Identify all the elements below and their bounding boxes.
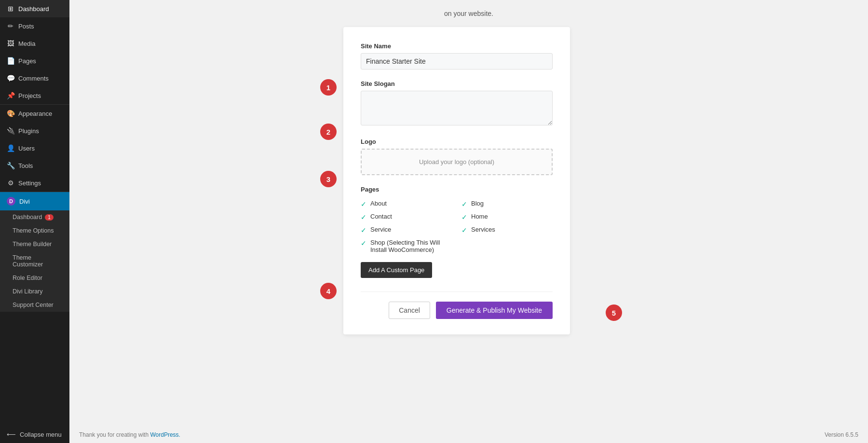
- wordpress-link[interactable]: WordPress.: [150, 431, 180, 438]
- sidebar-item-settings[interactable]: ⚙ Settings: [0, 174, 69, 192]
- publish-button[interactable]: Generate & Publish My Website: [436, 302, 553, 319]
- collapse-menu-button[interactable]: ⟵ Collapse menu: [0, 426, 69, 443]
- site-slogan-input[interactable]: [361, 91, 553, 125]
- sidebar-item-plugins[interactable]: 🔌 Plugins: [0, 122, 69, 139]
- tools-icon: 🔧: [7, 162, 14, 169]
- projects-icon: 📌: [7, 92, 14, 99]
- page-footer: Thank you for creating with WordPress.: [69, 427, 868, 443]
- step-2-badge: 2: [320, 124, 337, 140]
- card-footer: Cancel Generate & Publish My Website: [361, 291, 553, 319]
- sidebar-item-tools[interactable]: 🔧 Tools: [0, 157, 69, 174]
- collapse-icon: ⟵: [7, 431, 16, 438]
- submenu-item-theme-customizer[interactable]: Theme Customizer: [0, 251, 69, 271]
- submenu-item-dashboard[interactable]: Dashboard 1: [0, 210, 69, 224]
- step-5-badge: 5: [606, 305, 622, 321]
- pages-icon: 📄: [7, 57, 14, 65]
- pages-group: Pages ✓ About ✓ Blog ✓ Contact: [361, 186, 553, 280]
- sidebar-item-posts[interactable]: ✏ Posts: [0, 17, 69, 35]
- sidebar-item-pages[interactable]: 📄 Pages: [0, 52, 69, 69]
- sidebar-item-dashboard[interactable]: ⊞ Dashboard: [0, 0, 69, 17]
- check-icon-services: ✓: [461, 226, 467, 234]
- check-icon-contact: ✓: [361, 213, 366, 221]
- add-custom-page-button[interactable]: Add A Custom Page: [361, 262, 432, 278]
- page-item-blog: ✓ Blog: [461, 200, 553, 208]
- media-icon: 🖼: [7, 40, 14, 47]
- appearance-icon: 🎨: [7, 110, 14, 117]
- divi-icon: D: [7, 197, 15, 206]
- submenu-item-theme-builder[interactable]: Theme Builder: [0, 237, 69, 251]
- top-description-text: on your website.: [444, 10, 493, 17]
- sidebar-item-users[interactable]: 👤 Users: [0, 139, 69, 157]
- site-slogan-group: Site Slogan: [361, 80, 553, 127]
- check-icon-about: ✓: [361, 200, 366, 208]
- posts-icon: ✏: [7, 22, 14, 30]
- sidebar-item-projects[interactable]: 📌 Projects: [0, 87, 69, 104]
- submenu-item-role-editor[interactable]: Role Editor: [0, 271, 69, 285]
- dashboard-icon: ⊞: [7, 5, 14, 13]
- page-item-home: ✓ Home: [461, 213, 553, 221]
- site-name-input[interactable]: [361, 53, 553, 69]
- pages-label: Pages: [361, 186, 553, 193]
- sidebar-item-appearance[interactable]: 🎨 Appearance: [0, 105, 69, 122]
- step-4-badge: 4: [320, 283, 337, 299]
- logo-group: Logo Upload your logo (optional): [361, 138, 553, 175]
- cancel-button[interactable]: Cancel: [389, 302, 430, 319]
- site-name-label: Site Name: [361, 42, 553, 50]
- page-item-about: ✓ About: [361, 200, 452, 208]
- site-slogan-label: Site Slogan: [361, 80, 553, 87]
- logo-label: Logo: [361, 138, 553, 145]
- page-item-service: ✓ Service: [361, 226, 452, 234]
- step-1-badge: 1: [320, 79, 337, 96]
- submenu-item-theme-options[interactable]: Theme Options: [0, 224, 69, 237]
- check-icon-home: ✓: [461, 213, 467, 221]
- main-content: on your website. 1 2 3 4 5 Site Name: [69, 0, 868, 443]
- logo-upload-area[interactable]: Upload your logo (optional): [361, 149, 553, 175]
- submenu-item-divi-library[interactable]: Divi Library: [0, 285, 69, 298]
- divi-submenu: Dashboard 1 Theme Options Theme Builder …: [0, 210, 69, 312]
- page-item-contact: ✓ Contact: [361, 213, 452, 221]
- comments-icon: 💬: [7, 74, 14, 82]
- page-item-services: ✓ Services: [461, 226, 553, 234]
- check-icon-shop: ✓: [361, 239, 366, 247]
- step-3-badge: 3: [320, 171, 337, 187]
- settings-icon: ⚙: [7, 179, 14, 187]
- pages-grid: ✓ About ✓ Blog ✓ Contact ✓: [361, 200, 553, 253]
- sidebar-item-media[interactable]: 🖼 Media: [0, 35, 69, 52]
- dashboard-badge: 1: [45, 214, 54, 221]
- site-name-group: Site Name: [361, 42, 553, 69]
- submenu-item-support-center[interactable]: Support Center: [0, 298, 69, 312]
- sidebar-item-comments[interactable]: 💬 Comments: [0, 69, 69, 87]
- version-text: Version 6.5.5: [825, 431, 858, 438]
- page-item-shop: ✓ Shop (Selecting This Will Install WooC…: [361, 239, 452, 253]
- sidebar: ⊞ Dashboard ✏ Posts 🖼 Media 📄 Pages 💬 Co…: [0, 0, 69, 443]
- users-icon: 👤: [7, 144, 14, 152]
- check-icon-service: ✓: [361, 226, 366, 234]
- form-card: Site Name Site Slogan Logo Upload your l…: [343, 27, 570, 334]
- check-icon-blog: ✓: [461, 200, 467, 208]
- plugins-icon: 🔌: [7, 127, 14, 135]
- sidebar-item-divi[interactable]: D Divi: [0, 192, 69, 210]
